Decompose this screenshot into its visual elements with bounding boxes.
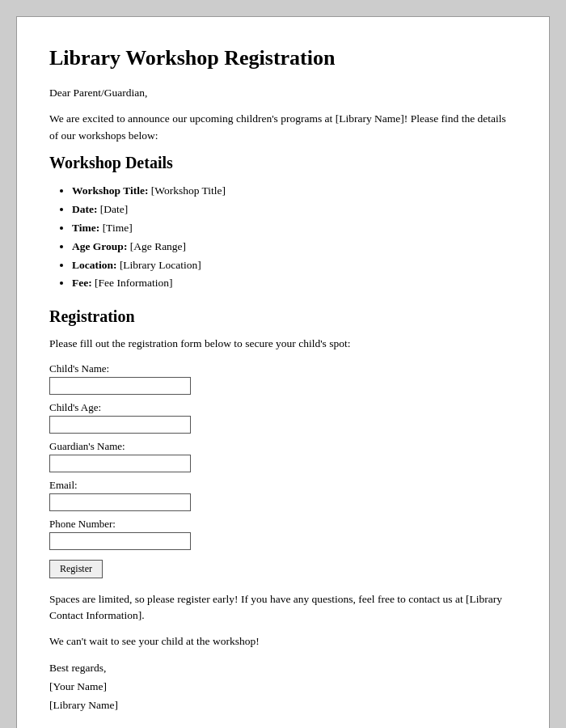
greeting: Dear Parent/Guardian,: [49, 85, 517, 101]
item-label-2: Time:: [72, 222, 99, 234]
list-item: Date: [Date]: [72, 201, 517, 219]
guardians-name-input[interactable]: [49, 455, 191, 472]
library-name: [Library Name]: [49, 696, 517, 715]
email-input[interactable]: [49, 493, 191, 511]
childs-age-input[interactable]: [49, 416, 191, 434]
item-label-0: Workshop Title:: [72, 184, 148, 197]
sign-off: Best regards,: [49, 659, 517, 678]
childs-name-label: Child's Name:: [49, 362, 517, 375]
workshop-details-heading: Workshop Details: [49, 154, 517, 172]
list-item: Time: [Time]: [72, 219, 517, 238]
registration-form: Child's Name: Child's Age: Guardian's Na…: [49, 362, 517, 578]
workshop-details-section: Workshop Details Workshop Title: [Worksh…: [49, 154, 517, 294]
footer-note: Spaces are limited, so please register e…: [49, 591, 517, 624]
page-title: Library Workshop Registration: [49, 46, 517, 70]
list-item: Fee: [Fee Information]: [72, 274, 517, 293]
footer-closing-line: We can't wait to see your child at the w…: [49, 633, 517, 650]
workshop-details-list: Workshop Title: [Workshop Title] Date: […: [72, 182, 517, 294]
your-name: [Your Name]: [49, 678, 517, 696]
item-value-0: [Workshop Title]: [151, 184, 226, 197]
item-value-3: [Age Range]: [130, 240, 186, 252]
email-label: Email:: [49, 479, 517, 492]
page-container: Library Workshop Registration Dear Paren…: [16, 16, 550, 728]
phone-number-label: Phone Number:: [49, 518, 517, 531]
closing-block: Best regards, [Your Name] [Library Name]: [49, 659, 517, 715]
item-value-1: [Date]: [100, 203, 128, 215]
item-label-1: Date:: [72, 203, 97, 215]
footer-section: Spaces are limited, so please register e…: [49, 591, 517, 716]
register-button[interactable]: Register: [49, 560, 103, 578]
item-value-5: [Fee Information]: [95, 277, 172, 289]
list-item: Location: [Library Location]: [72, 256, 517, 275]
item-value-4: [Library Location]: [120, 259, 201, 271]
childs-age-label: Child's Age:: [49, 401, 517, 414]
list-item: Workshop Title: [Workshop Title]: [72, 182, 517, 201]
phone-number-input[interactable]: [49, 532, 191, 550]
item-label-4: Location:: [72, 259, 117, 271]
registration-heading: Registration: [49, 307, 517, 326]
item-value-2: [Time]: [103, 222, 133, 234]
registration-description: Please fill out the registration form be…: [49, 336, 517, 352]
item-label-5: Fee:: [72, 277, 92, 289]
intro-text: We are excited to announce our upcoming …: [49, 111, 517, 144]
item-label-3: Age Group:: [72, 240, 127, 252]
guardians-name-label: Guardian's Name:: [49, 440, 517, 453]
list-item: Age Group: [Age Range]: [72, 238, 517, 256]
childs-name-input[interactable]: [49, 377, 191, 395]
registration-section: Registration Please fill out the registr…: [49, 307, 517, 578]
